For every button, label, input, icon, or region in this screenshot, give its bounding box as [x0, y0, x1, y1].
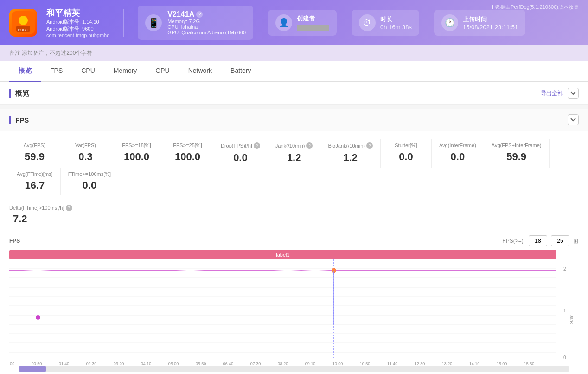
duration-label: 时长 [380, 15, 412, 24]
stat-fps-25: FPS>=25[%] 100.0 [162, 139, 213, 168]
export-button[interactable]: 导出全部 [541, 90, 563, 97]
device-cpu: CPU: lahaina [167, 24, 246, 30]
app-name: 和平精英 [46, 7, 109, 19]
creator-label: 创建者 [297, 14, 329, 23]
stat-fps-18-label: FPS>=18[%] [122, 142, 151, 148]
notes-placeholder: 备注 添加备注，不超过200个字符 [9, 50, 92, 56]
stat-drop-fps: Drop(FPS)[/h] ? 0.0 [213, 139, 268, 168]
header-divider [123, 9, 124, 37]
fps-section-header: FPS [0, 109, 588, 131]
stat-bigjank-value: 1.2 [343, 152, 358, 164]
stat-avg-interframe-label: Avg(InterFrame) [439, 142, 476, 148]
svg-text:2: 2 [563, 266, 566, 271]
tab-gpu[interactable]: GPU [146, 61, 179, 82]
fps-section: FPS Avg(FPS) 59.9 Var(FPS) 0.3 FPS>=18[%… [0, 109, 588, 374]
tab-battery[interactable]: Battery [221, 61, 260, 82]
svg-text:00:00: 00:00 [9, 361, 14, 366]
svg-point-1 [19, 16, 28, 25]
stat-bigjank: BigJank(/10min) ? 1.2 [320, 139, 380, 168]
fps-chart-svg[interactable]: label1 61 55 [9, 250, 579, 366]
svg-text:12:30: 12:30 [415, 361, 425, 366]
svg-text:04:10: 04:10 [141, 361, 152, 366]
stat-avg-ftime-value: 16.7 [25, 180, 45, 192]
stat-fps-18-value: 100.0 [124, 151, 149, 163]
svg-text:07:30: 07:30 [250, 361, 261, 366]
top-notice-text: 数据由PerfDog(5.1.210300)版本收集 [495, 4, 579, 11]
overview-actions: 导出全部 [541, 88, 579, 99]
device-name: V2141A [167, 10, 194, 19]
creator-stat: 👤 创建者 [268, 10, 337, 36]
chart-scrollbar-thumb[interactable] [19, 366, 46, 372]
stat-avg-fps-label: Avg(FPS) [24, 142, 45, 148]
svg-text:15:00: 15:00 [497, 361, 507, 366]
stat-ftime-100-value: 0.0 [83, 180, 97, 192]
duration-icon: ⏱ [359, 14, 376, 31]
svg-text:15:50: 15:50 [524, 361, 535, 366]
fps-collapse-button[interactable] [568, 114, 579, 125]
extra-stat: Delta(FTime)>100ms[/h] ? 7.2 [0, 203, 588, 231]
svg-text:10:50: 10:50 [360, 361, 371, 366]
device-gpu: GPU: Qualcomm Adreno (TM) 660 [167, 30, 246, 35]
stat-fps-18: FPS>=18[%] 100.0 [111, 139, 162, 168]
app-info: 和平精英 Android版本号: 1.14.10 Android版本号: 960… [46, 7, 109, 38]
chart-wrapper: label1 61 55 [9, 250, 579, 374]
svg-text:0: 0 [563, 355, 566, 360]
svg-text:1: 1 [563, 308, 566, 313]
svg-text:14:10: 14:10 [469, 361, 480, 366]
device-icon: 📱 [145, 14, 162, 31]
extra-stat-value: 7.2 [13, 213, 27, 225]
stat-fps-25-label: FPS>=25[%] [173, 142, 202, 148]
fps-chart-container: FPS FPS(>=): ⊞ label1 [0, 231, 588, 374]
collapse-button[interactable] [568, 88, 579, 99]
fps-threshold-input2[interactable] [551, 235, 569, 246]
content: 概览 导出全部 FPS Avg(FPS) 59.9 Var(FPS) [0, 82, 588, 374]
device-memory: Memory: 7.2G [167, 19, 246, 24]
svg-text:00:50: 00:50 [32, 361, 42, 366]
svg-text:06:40: 06:40 [223, 361, 234, 366]
svg-text:05:00: 05:00 [168, 361, 179, 366]
jank-help-icon[interactable]: ? [306, 142, 313, 149]
upload-value: 15/08/2021 23:11:51 [463, 24, 518, 31]
tab-network[interactable]: Network [179, 61, 221, 82]
stat-ftime-100-label: FTime>=100ms[%] [68, 171, 111, 177]
stat-jank-value: 1.2 [287, 152, 301, 164]
extra-stat-help-icon[interactable]: ? [66, 205, 72, 211]
stat-var-fps-label: Var(FPS) [75, 142, 96, 148]
device-help-icon[interactable]: ? [196, 11, 203, 18]
stat-jank-label: Jank(/10min) [275, 143, 305, 148]
stat-avg-fps-value: 59.9 [25, 151, 45, 163]
tab-memory[interactable]: Memory [104, 61, 147, 82]
tab-fps[interactable]: FPS [41, 61, 72, 82]
chart-settings-icon[interactable]: ⊞ [573, 237, 579, 245]
top-notice: ℹ 数据由PerfDog(5.1.210300)版本收集 [492, 4, 579, 11]
svg-text:11:40: 11:40 [387, 361, 398, 366]
svg-text:label1: label1 [276, 252, 289, 258]
svg-text:09:10: 09:10 [305, 361, 316, 366]
stat-drop-fps-label: Drop(FPS)[/h] [221, 143, 252, 148]
svg-text:10:00: 10:00 [332, 361, 343, 366]
tab-cpu[interactable]: CPU [72, 61, 104, 82]
chart-scrollbar[interactable] [19, 366, 569, 372]
stat-ftime-100: FTime>=100ms[%] 0.0 [61, 168, 119, 195]
stat-stutter-value: 0.0 [399, 151, 413, 163]
tab-overview[interactable]: 概览 [9, 61, 41, 82]
svg-text:02:30: 02:30 [86, 361, 97, 366]
stat-avg-interframe-value: 0.0 [451, 151, 465, 163]
stat-fps-25-value: 100.0 [175, 151, 200, 163]
bigjank-help-icon[interactable]: ? [366, 142, 373, 149]
stat-stutter-label: Stutter[%] [395, 142, 417, 148]
creator-icon: 👤 [275, 14, 292, 31]
stat-avg-interframe: Avg(InterFrame) 0.0 [432, 139, 484, 168]
stat-avg-fps: Avg(FPS) 59.9 [9, 139, 60, 168]
stat-var-fps: Var(FPS) 0.3 [60, 139, 111, 168]
stat-stutter: Stutter[%] 0.0 [381, 139, 432, 168]
app-package: com.tencent.tmgp.pubgmhd [46, 32, 109, 38]
stat-avg-ftime: Avg(FTime)[ms] 16.7 [9, 168, 61, 195]
upload-icon: 🕐 [441, 14, 458, 31]
stat-avg-fps-interframe-value: 59.9 [506, 151, 526, 163]
notes-bar: 备注 添加备注，不超过200个字符 [0, 45, 588, 61]
app-icon: PUBG [9, 9, 37, 37]
fps-threshold-label: FPS(>=): [502, 238, 525, 244]
drop-fps-help-icon[interactable]: ? [254, 142, 260, 149]
fps-threshold-input1[interactable] [529, 235, 547, 246]
